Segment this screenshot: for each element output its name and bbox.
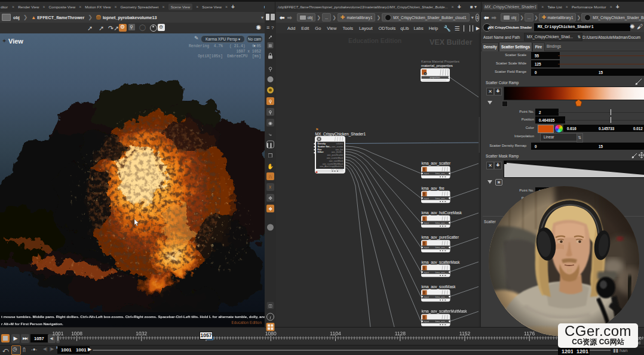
svg-text:kma_aov_scatterMultMask: kma_aov_scatterMultMask [422, 309, 468, 314]
svg-text:MX_CrispyChicken_Shader1: MX_CrispyChicken_Shader1 [315, 132, 366, 137]
svg-text:input: input [424, 295, 430, 298]
svg-text:aov_(listG...: aov_(listG... [332, 151, 344, 153]
svg-text:Other: Other [318, 151, 324, 153]
svg-text:⚲: ⚲ [269, 110, 272, 115]
svg-text:kma_aov_...: kma_aov_... [436, 197, 448, 200]
svg-text:☓: ☓ [269, 184, 272, 190]
svg-text:1001: 1001 [53, 331, 64, 337]
svg-text:kma_aov_scatter: kma_aov_scatter [422, 161, 452, 166]
svg-text:Density: Density [318, 143, 327, 145]
svg-text:✥: ✥ [268, 196, 272, 201]
svg-text:1008: 1008 [71, 331, 82, 337]
svg-text:kma_aov_...: kma_aov_... [436, 271, 448, 274]
svg-text:kma_aov_pureScatter: kma_aov_pureScatter [422, 235, 459, 240]
svg-text:properties: properties [430, 76, 440, 79]
svg-text:aov_AovCrispyMaskJsc: aov_AovCrispyMaskJsc [320, 165, 343, 168]
svg-text:◉: ◉ [268, 121, 272, 126]
svg-text:kma_aov_...: kma_aov_... [436, 295, 448, 298]
svg-text:✋: ✋ [267, 163, 274, 170]
svg-text:Scatter Set...: Scatter Set... [318, 146, 332, 148]
svg-text:kma_aov_...: kma_aov_... [436, 246, 448, 249]
svg-text:input: input [424, 271, 430, 274]
svg-text:input: input [424, 320, 430, 323]
svg-text:VEX Builder: VEX Builder [430, 38, 473, 47]
svg-text:aov_fire: aov_fire [335, 149, 343, 151]
svg-text:1104: 1104 [330, 331, 341, 337]
svg-text:aov_sootMask: aov_sootMask [329, 160, 344, 162]
svg-text:1128: 1128 [395, 331, 406, 337]
svg-text:Education Edition: Education Edition [348, 37, 401, 44]
svg-text:aov_scatterMultMask: aov_scatterMultMask [323, 163, 344, 165]
svg-text:input: input [424, 246, 430, 249]
svg-text:kma_aov_...: kma_aov_... [436, 320, 448, 323]
svg-text:aov_pureScatter: aov_pureScatter [327, 154, 344, 156]
svg-text:⚑: ⚑ [315, 128, 318, 131]
svg-text:⚲: ⚲ [268, 66, 272, 72]
svg-text:❖: ❖ [268, 206, 272, 212]
svg-text:⚠: ⚠ [424, 72, 427, 75]
svg-text:aov_scatter: aov_scatter [332, 146, 344, 148]
svg-text:◫: ◫ [268, 304, 272, 308]
svg-text:input: input [424, 172, 430, 175]
svg-text:kma_aov_hotCoreMask: kma_aov_hotCoreMask [422, 211, 462, 215]
svg-text:kma_aov_fire: kma_aov_fire [422, 186, 445, 191]
svg-text:♘: ♘ [268, 174, 272, 180]
svg-text:⤷: ⤷ [269, 132, 272, 137]
svg-text:kma_aov_...: kma_aov_... [436, 172, 448, 175]
svg-text:aov_scatterMask: aov_scatterMask [327, 157, 344, 159]
svg-text:input: input [424, 197, 430, 200]
svg-text:i: i [270, 315, 271, 320]
svg-text:▍▍: ▍▍ [266, 143, 274, 148]
svg-text:➚: ➚ [268, 34, 273, 40]
svg-text:kma_aov_...: kma_aov_... [436, 221, 448, 224]
svg-text:volume: volume [336, 143, 344, 145]
svg-text:material_properties: material_properties [421, 63, 453, 67]
svg-text:input: input [424, 221, 430, 224]
svg-text:Fire: Fire [318, 149, 322, 151]
svg-text:1032: 1032 [136, 331, 147, 337]
svg-text:⚲: ⚲ [269, 99, 272, 104]
svg-text:1152: 1152 [459, 331, 471, 337]
svg-text:⊞: ⊞ [269, 44, 272, 48]
svg-text:kma_aov_scatterMask: kma_aov_scatterMask [422, 260, 461, 265]
svg-text:kma_aov_sootMask: kma_aov_sootMask [422, 285, 456, 289]
svg-text:❐: ❐ [268, 153, 272, 159]
